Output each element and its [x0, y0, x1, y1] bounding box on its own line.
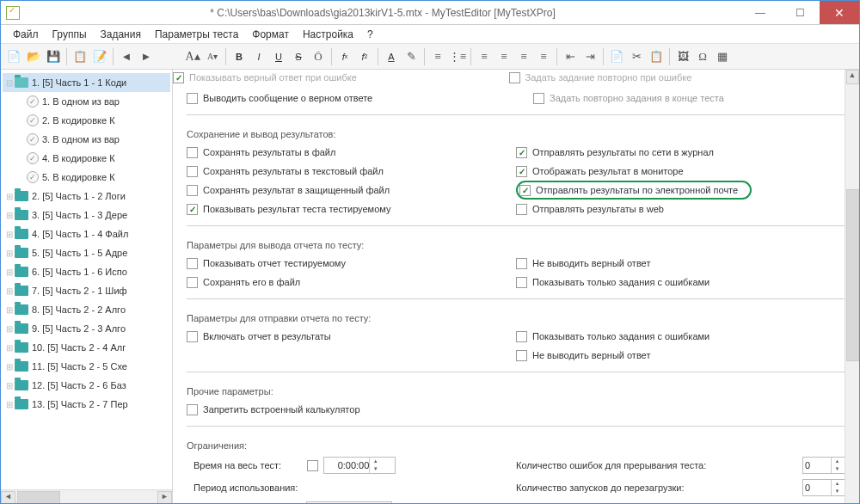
- cb-time[interactable]: [307, 460, 318, 471]
- cb-show-monitor[interactable]: [516, 166, 527, 177]
- align-left-icon[interactable]: ≡: [475, 47, 494, 66]
- symbol-icon[interactable]: Ω: [693, 47, 712, 66]
- cb-save-file[interactable]: [187, 147, 198, 158]
- tb-paste-icon[interactable]: 📋: [647, 47, 666, 66]
- tree[interactable]: ⊟1. [5] Часть 1 - 1 Коди ✓1. В одном из …: [1, 70, 172, 489]
- menu-file[interactable]: Файл: [6, 26, 46, 43]
- menu-groups[interactable]: Группы: [46, 26, 94, 43]
- minimize-button[interactable]: —: [740, 1, 780, 24]
- cb-send-email[interactable]: [519, 185, 531, 196]
- indent-dec-icon[interactable]: ⇤: [561, 47, 580, 66]
- cb-send-web[interactable]: [516, 204, 527, 215]
- cb-show-report[interactable]: [187, 258, 198, 269]
- sidebar: ⊟1. [5] Часть 1 - 1 Коди ✓1. В одном из …: [1, 70, 173, 504]
- bold-icon[interactable]: B: [230, 47, 249, 66]
- section-send-report: Параметры для отправки отчета по тесту:: [187, 308, 845, 323]
- cb-repeat-end[interactable]: [533, 93, 544, 104]
- tree-item[interactable]: ⊞7. [5] Часть 2 - 1 Шиф: [3, 281, 170, 300]
- menu-test-params[interactable]: Параметры теста: [148, 26, 245, 43]
- font-color-icon[interactable]: A: [382, 47, 401, 66]
- indent-inc-icon[interactable]: ⇥: [580, 47, 599, 66]
- cb-repeat-task[interactable]: [509, 72, 520, 83]
- content-vscroll[interactable]: ▲: [845, 70, 859, 504]
- menu-help[interactable]: ?: [360, 26, 380, 43]
- scroll-right-icon[interactable]: ►: [157, 491, 172, 504]
- tree-child[interactable]: ✓5. В кодировке К: [3, 168, 170, 187]
- tree-item[interactable]: ⊞11. [5] Часть 2 - 5 Схе: [3, 357, 170, 376]
- italic-icon[interactable]: I: [249, 47, 268, 66]
- tree-item[interactable]: ⊞3. [5] Часть 1 - 3 Дере: [3, 206, 170, 224]
- cb-msg-correct[interactable]: [187, 93, 198, 104]
- cb-save-txt[interactable]: [187, 166, 198, 177]
- tree-item[interactable]: ⊞8. [5] Часть 2 - 2 Алго: [3, 300, 170, 319]
- cb-show-result[interactable]: [187, 204, 198, 215]
- content-panel: Показывать верный ответ при ошибке Задат…: [173, 70, 859, 504]
- tree-item[interactable]: ⊞12. [5] Часть 2 - 6 Баз: [3, 376, 170, 395]
- copy-icon[interactable]: 📋: [71, 47, 89, 66]
- tree-item[interactable]: ⊞13. [5] Часть 2 - 7 Пер: [3, 395, 170, 414]
- scroll-thumb[interactable]: [17, 491, 60, 504]
- align-justify-icon[interactable]: ≡: [534, 47, 553, 66]
- list-bul-icon[interactable]: ⋮≡: [448, 47, 467, 66]
- menu-format[interactable]: Формат: [245, 26, 296, 43]
- tree-root[interactable]: ⊟1. [5] Часть 1 - 1 Коди: [3, 73, 170, 92]
- cb-include-report[interactable]: [187, 331, 198, 342]
- cb-save-report[interactable]: [187, 277, 198, 288]
- tree-item[interactable]: ⊞10. [5] Часть 2 - 4 Алг: [3, 338, 170, 357]
- tree-item[interactable]: ⊞5. [5] Часть 1 - 5 Адре: [3, 243, 170, 262]
- close-button[interactable]: ✕: [820, 1, 859, 24]
- save-icon[interactable]: 💾: [44, 47, 63, 66]
- cb-only-errors2[interactable]: [516, 331, 527, 342]
- tree-child[interactable]: ✓2. В кодировке К: [3, 111, 170, 130]
- strike-icon[interactable]: S: [289, 47, 308, 66]
- next-icon[interactable]: ►: [137, 47, 156, 66]
- font-dec-icon[interactable]: A▾: [203, 47, 222, 66]
- tree-child[interactable]: ✓4. В кодировке К: [3, 149, 170, 168]
- new-icon[interactable]: 📄: [4, 47, 23, 66]
- spinner-icon[interactable]: ▲▼: [831, 458, 843, 473]
- align-right-icon[interactable]: ≡: [514, 47, 533, 66]
- sup-icon[interactable]: f2: [355, 47, 374, 66]
- underline-icon[interactable]: U: [269, 47, 288, 66]
- tree-child[interactable]: ✓1. В одном из вар: [3, 92, 170, 111]
- cb-only-errors[interactable]: [516, 277, 527, 288]
- prev-icon[interactable]: ◄: [117, 47, 136, 66]
- font-inc-icon[interactable]: A▴: [183, 47, 202, 66]
- formula-icon[interactable]: fx: [335, 47, 354, 66]
- runs-input[interactable]: ▲▼: [802, 479, 845, 496]
- open-icon[interactable]: 📂: [24, 47, 43, 66]
- errors-input[interactable]: ▲▼: [802, 457, 845, 474]
- menu-settings[interactable]: Настройка: [296, 26, 360, 43]
- scroll-up-icon[interactable]: ▲: [846, 70, 859, 84]
- cb-save-secure[interactable]: [187, 185, 198, 196]
- cb-hide-correct[interactable]: [516, 258, 527, 269]
- tree-item[interactable]: ⊞2. [5] Часть 1 - 2 Логи: [3, 187, 170, 206]
- cut-icon[interactable]: ✂: [627, 47, 646, 66]
- menu-tasks[interactable]: Задания: [94, 26, 148, 43]
- tree-item[interactable]: ⊞4. [5] Часть 1 - 4 Файл: [3, 224, 170, 243]
- tree-child[interactable]: ✓3. В одном из вар: [3, 130, 170, 149]
- paste-icon[interactable]: 📝: [90, 47, 109, 66]
- cb-send-net[interactable]: [516, 147, 527, 158]
- cb-no-calc[interactable]: [187, 404, 198, 415]
- section-other: Прочие параметры:: [187, 381, 845, 396]
- tree-item[interactable]: ⊞6. [5] Часть 1 - 6 Испо: [3, 262, 170, 281]
- window-title: * C:\Users\bas\Downloads\gia2013kirV1-5.…: [25, 7, 740, 19]
- spinner-icon[interactable]: ▲▼: [831, 480, 843, 495]
- time-input[interactable]: 0:00:00▲▼: [323, 457, 396, 474]
- scroll-thumb[interactable]: [846, 189, 859, 361]
- tree-item[interactable]: ⊞9. [5] Часть 2 - 3 Алго: [3, 319, 170, 338]
- tb-copy-icon[interactable]: 📄: [607, 47, 626, 66]
- list-num-icon[interactable]: ≡: [428, 47, 447, 66]
- overline-icon[interactable]: Ō: [309, 47, 328, 66]
- maximize-button[interactable]: ☐: [780, 1, 820, 24]
- image-icon[interactable]: 🖼: [673, 47, 692, 66]
- table-icon[interactable]: ▦: [713, 47, 732, 66]
- cb-show-correct[interactable]: [173, 72, 184, 83]
- spinner-icon[interactable]: ▲▼: [369, 458, 381, 473]
- tree-hscroll[interactable]: ◄ ►: [1, 489, 172, 504]
- scroll-left-icon[interactable]: ◄: [1, 491, 15, 504]
- align-center-icon[interactable]: ≡: [494, 47, 513, 66]
- cb-hide-correct2[interactable]: [516, 350, 527, 361]
- highlight-icon[interactable]: ✎: [402, 47, 421, 66]
